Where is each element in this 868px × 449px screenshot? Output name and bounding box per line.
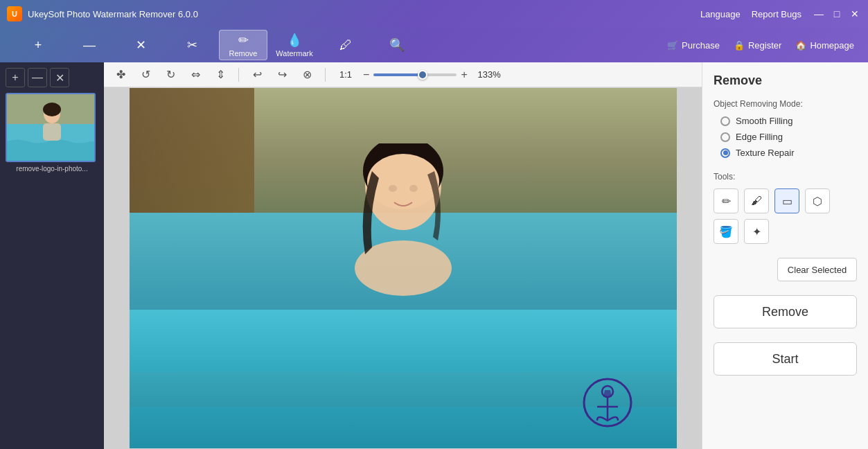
eraser-icon: ✏	[238, 33, 249, 48]
title-bar: U UkeySoft Photo Watermark Remover 6.0.0…	[0, 0, 868, 28]
canvas-toolbar: ✤ ↺ ↻ ⇔ ⇕ ↩ ↪ ⊗ 1:1 − + 133%	[104, 62, 702, 87]
rotate-right-button[interactable]: ↻	[161, 65, 180, 85]
magic-icon: ✦	[752, 225, 761, 238]
canvas-image[interactable]	[104, 87, 702, 449]
fill-tool-button[interactable]: 🪣	[714, 219, 738, 244]
clear-selected-wrap: Clear Selected	[714, 258, 857, 281]
clear-canvas-button[interactable]: ⊗	[297, 65, 317, 85]
radio-edge-circle	[720, 132, 730, 142]
tools-section-label: Tools:	[714, 172, 857, 182]
pencil-icon: ✏	[722, 195, 731, 208]
home-icon: 🏠	[795, 40, 806, 51]
remove-tab-button[interactable]: ✏ Remove	[219, 30, 267, 60]
undo-button[interactable]: ↩	[247, 65, 267, 85]
zoom-plus-icon[interactable]: +	[461, 69, 467, 81]
watermark-svg	[580, 372, 635, 428]
zoom-ratio-label: 1:1	[339, 69, 352, 80]
person-svg	[310, 143, 497, 414]
svg-rect-4	[43, 123, 61, 141]
dropper-tool-button[interactable]: 🔍	[373, 30, 421, 60]
brush2-icon: 🖌	[751, 195, 762, 207]
radio-texture-circle	[720, 148, 730, 158]
radio-smooth-filling[interactable]: Smooth Filling	[720, 116, 857, 126]
sidebar-close-button[interactable]: ✕	[50, 68, 69, 87]
sidebar-controls: + — ✕	[6, 68, 98, 87]
zoom-slider[interactable]	[373, 73, 457, 76]
canvas-area: ✤ ↺ ↻ ⇔ ⇕ ↩ ↪ ⊗ 1:1 − + 133%	[104, 62, 702, 449]
radio-texture-repair[interactable]: Texture Repair	[720, 148, 857, 158]
language-link[interactable]: Language	[700, 9, 741, 19]
brush-icon: 🖊	[339, 38, 352, 53]
start-button[interactable]: Start	[714, 342, 857, 376]
cart-icon: 🛒	[667, 40, 678, 51]
sidebar-remove-button[interactable]: —	[28, 68, 47, 87]
tools-row: ✏ 🖌 ▭ ⬡ 🪣 ✦	[714, 188, 857, 244]
crop-icon: ✂	[187, 37, 197, 53]
object-removing-mode-label: Object Removing Mode:	[714, 99, 857, 109]
title-bar-nav: Language Report Bugs	[700, 9, 801, 19]
file-thumbnail[interactable]	[6, 93, 96, 162]
nav-links: 🛒 Purchase 🔒 Register 🏠 Homepage	[667, 40, 854, 51]
main-toolbar: + — ✕ ✂ ✏ Remove 💧 Watermark 🖊 🔍 🛒 Purch…	[0, 28, 868, 62]
remove-button[interactable]: Remove	[714, 295, 857, 328]
redo-button[interactable]: ↪	[272, 65, 292, 85]
rect-icon: ▭	[782, 195, 792, 208]
dropper-icon: 🔍	[389, 37, 405, 53]
flip-horizontal-button[interactable]: ⇔	[186, 65, 205, 85]
main-photo	[130, 88, 677, 448]
zoom-minus-icon[interactable]: −	[363, 69, 369, 81]
radio-group-mode: Smooth Filling Edge Filling Texture Repa…	[720, 116, 857, 158]
register-link[interactable]: 🔒 Register	[734, 40, 781, 51]
crop-tool-button[interactable]: ✂	[168, 30, 216, 60]
canvas-separator-2	[325, 68, 326, 82]
lasso-icon: ⬡	[813, 195, 822, 208]
close-button[interactable]: ✕	[849, 8, 861, 20]
texture-repair-label: Texture Repair	[736, 148, 795, 158]
add-icon: +	[35, 38, 42, 53]
x-icon: ✕	[136, 37, 146, 53]
right-panel: Remove Object Removing Mode: Smooth Fill…	[702, 62, 868, 449]
minimize-button[interactable]: —	[813, 8, 825, 20]
svg-point-10	[409, 185, 418, 192]
smooth-filling-label: Smooth Filling	[736, 116, 792, 126]
pencil-tool-button[interactable]: ✏	[714, 188, 738, 213]
radio-smooth-circle	[720, 116, 730, 126]
maximize-button[interactable]: □	[831, 8, 843, 20]
svg-point-9	[389, 185, 397, 192]
app-logo: U	[7, 6, 22, 21]
grid-tool-button[interactable]: ✤	[111, 65, 130, 85]
magic-tool-button[interactable]: ✦	[744, 219, 769, 244]
remove-tab-label: Remove	[229, 49, 258, 58]
watermark-tab-button[interactable]: 💧 Watermark	[270, 30, 319, 60]
thumbnail-image	[7, 94, 94, 161]
purchase-link[interactable]: 🛒 Purchase	[667, 40, 720, 51]
remove-file-button[interactable]: —	[65, 30, 114, 60]
zoom-percent-label: 133%	[473, 69, 501, 80]
rotate-left-button[interactable]: ↺	[136, 65, 155, 85]
homepage-link[interactable]: 🏠 Homepage	[795, 40, 854, 51]
brush2-tool-button[interactable]: 🖌	[744, 188, 769, 213]
panel-title: Remove	[714, 73, 857, 88]
sidebar: + — ✕	[0, 62, 104, 449]
flip-vertical-button[interactable]: ⇕	[211, 65, 230, 85]
lasso-tool-button[interactable]: ⬡	[805, 188, 830, 213]
main-content: + — ✕	[0, 62, 868, 449]
svg-point-8	[367, 154, 439, 209]
svg-point-5	[43, 103, 61, 116]
app-title: UkeySoft Photo Watermark Remover 6.0.0	[28, 9, 700, 19]
watermark-icon: 💧	[287, 33, 302, 48]
rect-tool-button[interactable]: ▭	[774, 188, 799, 213]
canvas-separator-1	[238, 68, 239, 82]
add-file-button[interactable]: +	[14, 30, 62, 60]
close-file-button[interactable]: ✕	[116, 30, 165, 60]
clear-selected-button[interactable]: Clear Selected	[777, 258, 857, 281]
dark-wood	[130, 88, 254, 213]
brush-tool-button[interactable]: 🖊	[321, 30, 370, 60]
sidebar-add-button[interactable]: +	[6, 68, 25, 87]
minus-icon: —	[83, 38, 96, 53]
watermark-tab-label: Watermark	[276, 49, 312, 58]
edge-filling-label: Edge Filling	[736, 132, 783, 142]
zoom-slider-wrap: − +	[363, 69, 468, 81]
radio-edge-filling[interactable]: Edge Filling	[720, 132, 857, 142]
report-bugs-link[interactable]: Report Bugs	[752, 9, 801, 19]
